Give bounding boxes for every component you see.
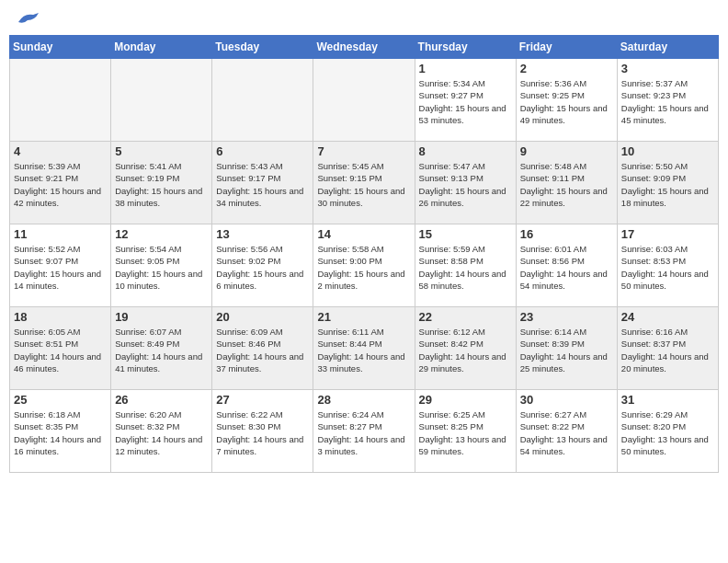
day-header-sunday: Sunday: [10, 36, 111, 59]
day-number: 4: [14, 144, 107, 158]
calendar-cell: 3Sunrise: 5:37 AM Sunset: 9:23 PM Daylig…: [617, 59, 718, 142]
day-number: 1: [419, 62, 512, 75]
calendar-cell: 23Sunrise: 6:14 AM Sunset: 8:39 PM Dayli…: [516, 307, 617, 390]
day-number: 14: [317, 227, 410, 241]
day-number: 2: [520, 62, 613, 75]
day-header-saturday: Saturday: [617, 36, 718, 59]
day-info: Sunrise: 5:58 AM Sunset: 9:00 PM Dayligh…: [317, 243, 410, 292]
day-info: Sunrise: 6:05 AM Sunset: 8:51 PM Dayligh…: [14, 326, 107, 374]
day-info: Sunrise: 5:41 AM Sunset: 9:19 PM Dayligh…: [115, 160, 208, 209]
day-header-friday: Friday: [516, 36, 617, 59]
day-number: 29: [419, 393, 512, 407]
calendar-cell: [10, 59, 111, 142]
day-number: 13: [216, 227, 309, 241]
day-number: 27: [216, 393, 309, 407]
day-number: 23: [520, 310, 613, 324]
calendar-cell: 12Sunrise: 5:54 AM Sunset: 9:05 PM Dayli…: [111, 224, 212, 307]
calendar-table: SundayMondayTuesdayWednesdayThursdayFrid…: [9, 35, 719, 473]
day-number: 7: [317, 144, 410, 158]
calendar-cell: 21Sunrise: 6:11 AM Sunset: 8:44 PM Dayli…: [313, 307, 415, 390]
day-number: 18: [14, 310, 107, 324]
day-number: 21: [317, 310, 410, 324]
day-number: 6: [216, 144, 309, 158]
day-info: Sunrise: 5:48 AM Sunset: 9:11 PM Dayligh…: [520, 160, 613, 209]
calendar-cell: 20Sunrise: 6:09 AM Sunset: 8:46 PM Dayli…: [212, 307, 313, 390]
day-info: Sunrise: 6:27 AM Sunset: 8:22 PM Dayligh…: [520, 408, 613, 457]
day-number: 30: [520, 393, 613, 407]
calendar-cell: 22Sunrise: 6:12 AM Sunset: 8:42 PM Dayli…: [415, 307, 516, 390]
day-info: Sunrise: 5:34 AM Sunset: 9:27 PM Dayligh…: [419, 77, 512, 126]
day-info: Sunrise: 6:20 AM Sunset: 8:32 PM Dayligh…: [115, 408, 208, 457]
calendar-cell: 13Sunrise: 5:56 AM Sunset: 9:02 PM Dayli…: [212, 224, 313, 307]
day-number: 15: [419, 227, 512, 241]
week-row-1: 1Sunrise: 5:34 AM Sunset: 9:27 PM Daylig…: [10, 59, 719, 142]
day-info: Sunrise: 5:39 AM Sunset: 9:21 PM Dayligh…: [14, 160, 107, 209]
day-info: Sunrise: 6:14 AM Sunset: 8:39 PM Dayligh…: [520, 326, 613, 374]
calendar-cell: 31Sunrise: 6:29 AM Sunset: 8:20 PM Dayli…: [617, 390, 718, 473]
day-number: 25: [14, 393, 107, 407]
day-number: 10: [621, 144, 714, 158]
day-info: Sunrise: 5:56 AM Sunset: 9:02 PM Dayligh…: [216, 243, 309, 292]
day-number: 26: [115, 393, 208, 407]
calendar-cell: 11Sunrise: 5:52 AM Sunset: 9:07 PM Dayli…: [10, 224, 111, 307]
day-number: 16: [520, 227, 613, 241]
day-number: 12: [115, 227, 208, 241]
day-number: 24: [621, 310, 714, 324]
calendar-cell: 8Sunrise: 5:47 AM Sunset: 9:13 PM Daylig…: [415, 142, 516, 224]
logo-bird-icon: [15, 9, 40, 28]
calendar-cell: 17Sunrise: 6:03 AM Sunset: 8:53 PM Dayli…: [617, 224, 718, 307]
calendar-cell: 10Sunrise: 5:50 AM Sunset: 9:09 PM Dayli…: [617, 142, 718, 224]
calendar-cell: [212, 59, 313, 142]
day-info: Sunrise: 5:54 AM Sunset: 9:05 PM Dayligh…: [115, 243, 208, 292]
calendar-cell: 14Sunrise: 5:58 AM Sunset: 9:00 PM Dayli…: [313, 224, 415, 307]
day-info: Sunrise: 6:12 AM Sunset: 8:42 PM Dayligh…: [419, 326, 512, 374]
day-header-wednesday: Wednesday: [313, 36, 415, 59]
header-row: SundayMondayTuesdayWednesdayThursdayFrid…: [10, 36, 719, 59]
calendar-cell: [313, 59, 415, 142]
week-row-5: 25Sunrise: 6:18 AM Sunset: 8:35 PM Dayli…: [10, 390, 719, 473]
calendar-cell: 18Sunrise: 6:05 AM Sunset: 8:51 PM Dayli…: [10, 307, 111, 390]
day-number: 11: [14, 227, 107, 241]
day-number: 20: [216, 310, 309, 324]
page-header: [9, 9, 719, 28]
day-info: Sunrise: 6:16 AM Sunset: 8:37 PM Dayligh…: [621, 326, 714, 374]
calendar-cell: [111, 59, 212, 142]
day-info: Sunrise: 5:37 AM Sunset: 9:23 PM Dayligh…: [621, 77, 714, 126]
day-info: Sunrise: 6:24 AM Sunset: 8:27 PM Dayligh…: [317, 408, 410, 457]
day-number: 3: [621, 62, 714, 75]
day-header-tuesday: Tuesday: [212, 36, 313, 59]
day-info: Sunrise: 5:45 AM Sunset: 9:15 PM Dayligh…: [317, 160, 410, 209]
calendar-cell: 16Sunrise: 6:01 AM Sunset: 8:56 PM Dayli…: [516, 224, 617, 307]
calendar-cell: 29Sunrise: 6:25 AM Sunset: 8:25 PM Dayli…: [415, 390, 516, 473]
day-number: 5: [115, 144, 208, 158]
day-info: Sunrise: 5:59 AM Sunset: 8:58 PM Dayligh…: [419, 243, 512, 292]
day-number: 19: [115, 310, 208, 324]
calendar-cell: 15Sunrise: 5:59 AM Sunset: 8:58 PM Dayli…: [415, 224, 516, 307]
week-row-4: 18Sunrise: 6:05 AM Sunset: 8:51 PM Dayli…: [10, 307, 719, 390]
day-info: Sunrise: 6:01 AM Sunset: 8:56 PM Dayligh…: [520, 243, 613, 292]
calendar-cell: 30Sunrise: 6:27 AM Sunset: 8:22 PM Dayli…: [516, 390, 617, 473]
logo: [13, 9, 40, 28]
day-info: Sunrise: 6:07 AM Sunset: 8:49 PM Dayligh…: [115, 326, 208, 374]
calendar-cell: 25Sunrise: 6:18 AM Sunset: 8:35 PM Dayli…: [10, 390, 111, 473]
day-info: Sunrise: 6:09 AM Sunset: 8:46 PM Dayligh…: [216, 326, 309, 374]
calendar-cell: 27Sunrise: 6:22 AM Sunset: 8:30 PM Dayli…: [212, 390, 313, 473]
calendar-cell: 28Sunrise: 6:24 AM Sunset: 8:27 PM Dayli…: [313, 390, 415, 473]
day-number: 9: [520, 144, 613, 158]
day-info: Sunrise: 6:25 AM Sunset: 8:25 PM Dayligh…: [419, 408, 512, 457]
day-header-monday: Monday: [111, 36, 212, 59]
calendar-cell: 5Sunrise: 5:41 AM Sunset: 9:19 PM Daylig…: [111, 142, 212, 224]
calendar-cell: 24Sunrise: 6:16 AM Sunset: 8:37 PM Dayli…: [617, 307, 718, 390]
calendar-cell: 19Sunrise: 6:07 AM Sunset: 8:49 PM Dayli…: [111, 307, 212, 390]
day-info: Sunrise: 5:50 AM Sunset: 9:09 PM Dayligh…: [621, 160, 714, 209]
calendar-cell: 6Sunrise: 5:43 AM Sunset: 9:17 PM Daylig…: [212, 142, 313, 224]
calendar-cell: 9Sunrise: 5:48 AM Sunset: 9:11 PM Daylig…: [516, 142, 617, 224]
day-header-thursday: Thursday: [415, 36, 516, 59]
week-row-2: 4Sunrise: 5:39 AM Sunset: 9:21 PM Daylig…: [10, 142, 719, 224]
day-info: Sunrise: 5:43 AM Sunset: 9:17 PM Dayligh…: [216, 160, 309, 209]
day-number: 17: [621, 227, 714, 241]
day-number: 8: [419, 144, 512, 158]
day-info: Sunrise: 6:03 AM Sunset: 8:53 PM Dayligh…: [621, 243, 714, 292]
day-info: Sunrise: 6:22 AM Sunset: 8:30 PM Dayligh…: [216, 408, 309, 457]
day-number: 22: [419, 310, 512, 324]
